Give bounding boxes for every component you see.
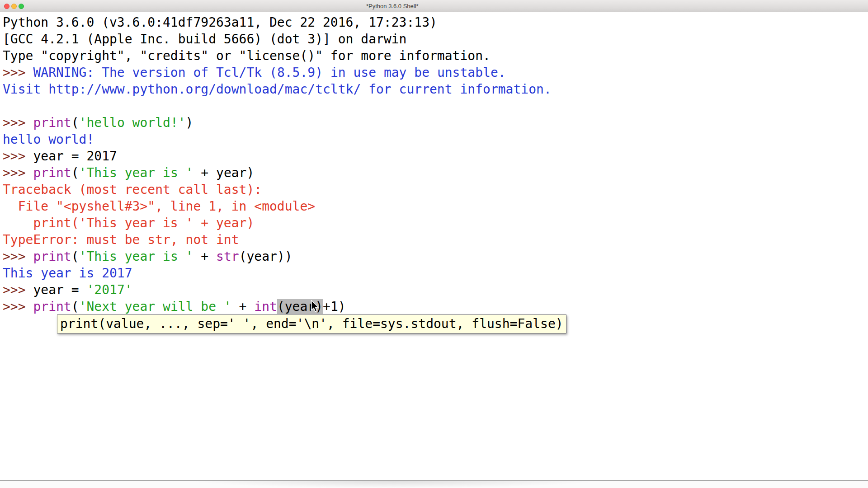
console-segment-code: +1) xyxy=(323,299,346,314)
console-segment-code: year = 2017 xyxy=(33,149,117,164)
console-line: >>> print('Next year will be ' + int(yea… xyxy=(3,298,868,315)
console-line: TypeError: must be str, not int xyxy=(3,231,868,248)
console-segment-string: 'This year is ' xyxy=(79,249,193,264)
console-segment-string: 'hello world!' xyxy=(79,115,186,130)
calltip-tooltip: print(value, ..., sep=' ', end='\n', fil… xyxy=(57,314,566,333)
console-line: print('This year is ' + year) xyxy=(3,215,868,231)
title-bar: *Python 3.6.0 Shell* xyxy=(0,0,868,12)
console-line: >>> print('This year is ' + year) xyxy=(3,164,868,181)
minimize-button[interactable] xyxy=(11,4,17,9)
console-segment-code: ) xyxy=(186,115,193,130)
console-line xyxy=(3,98,868,114)
console-segment-code: ( xyxy=(71,299,79,314)
console-line: Traceback (most recent call last): xyxy=(3,181,868,198)
console-segment-code: year = xyxy=(33,282,86,297)
console-segment-stdout: This year is 2017 xyxy=(3,266,132,281)
close-button[interactable] xyxy=(4,4,9,9)
console-segment-builtin: int xyxy=(254,299,277,314)
console-segment-output: Type "copyright", "credits" or "license(… xyxy=(3,48,491,63)
console-line: hello world! xyxy=(3,131,868,148)
console-segment-code: ( xyxy=(71,115,79,130)
console-segment-prompt: >>> xyxy=(3,299,33,314)
console-line: This year is 2017 xyxy=(3,265,868,282)
console-segment-string: 'Next year will be ' xyxy=(79,299,231,314)
console-segment-stdout: WARNING: The version of Tcl/Tk (8.5.9) i… xyxy=(33,65,505,80)
console-segment-code: + xyxy=(231,299,255,314)
console-segment-stderr: Traceback (most recent call last): xyxy=(3,182,262,197)
console-segment-builtin: print xyxy=(33,165,71,180)
console-line: >>> WARNING: The version of Tcl/Tk (8.5.… xyxy=(3,64,868,81)
mouse-cursor xyxy=(310,300,320,314)
console-segment-prompt: >>> xyxy=(3,249,33,264)
console-segment-stderr: TypeError: must be str, not int xyxy=(3,232,239,247)
console-segment-builtin: print xyxy=(33,299,71,314)
console-line: >>> print('This year is ' + str(year)) xyxy=(3,248,868,265)
console-line: Visit http://www.python.org/download/mac… xyxy=(3,81,868,98)
console-segment-prompt: >>> xyxy=(3,282,33,297)
console-segment-prompt: >>> xyxy=(3,165,33,180)
console-segment-string: 'This year is ' xyxy=(79,165,193,180)
idle-shell-window: *Python 3.6.0 Shell* Python 3.6.0 (v3.6.… xyxy=(0,0,868,488)
window-title: *Python 3.6.0 Shell* xyxy=(366,3,419,9)
console-segment-builtin: print xyxy=(33,115,71,130)
console-line: >>> year = '2017' xyxy=(3,282,868,298)
console-segment-stderr: print('This year is ' + year) xyxy=(3,216,254,230)
console-segment-code: ( xyxy=(71,165,79,180)
zoom-button[interactable] xyxy=(19,4,24,9)
console-segment-stderr: File "<pyshell#3>", line 1, in <module> xyxy=(3,199,315,214)
console-segment-prompt: >>> xyxy=(3,149,33,164)
console-segment-builtin: str xyxy=(216,249,239,264)
console-segment-output: Python 3.6.0 (v3.6.0:41df79263a11, Dec 2… xyxy=(3,15,437,30)
console-segment-prompt: >>> xyxy=(3,115,33,130)
console-segment-string: '2017' xyxy=(86,282,132,297)
console-segment-code: + year) xyxy=(193,165,254,180)
console-segment-code: + xyxy=(193,249,216,264)
console-line: [GCC 4.2.1 (Apple Inc. build 5666) (dot … xyxy=(3,31,868,47)
shell-console[interactable]: Python 3.6.0 (v3.6.0:41df79263a11, Dec 2… xyxy=(0,13,868,480)
console-line: Python 3.6.0 (v3.6.0:41df79263a11, Dec 2… xyxy=(3,14,868,31)
console-line: Type "copyright", "credits" or "license(… xyxy=(3,47,868,64)
console-segment-prompt: >>> xyxy=(3,65,33,80)
console-segment-code: (year)) xyxy=(239,249,292,264)
console-segment-code: ( xyxy=(71,249,79,264)
console-line: File "<pyshell#3>", line 1, in <module> xyxy=(3,198,868,215)
console-segment-stdout: Visit http://www.python.org/download/mac… xyxy=(3,82,552,97)
console-line: >>> print('hello world!') xyxy=(3,114,868,131)
console-line: >>> year = 2017 xyxy=(3,148,868,164)
dock-shadow xyxy=(190,481,597,488)
console-segment-stdout: hello world! xyxy=(3,132,94,147)
console-segment-output: [GCC 4.2.1 (Apple Inc. build 5666) (dot … xyxy=(3,32,406,47)
console-segment-builtin: print xyxy=(33,249,71,264)
